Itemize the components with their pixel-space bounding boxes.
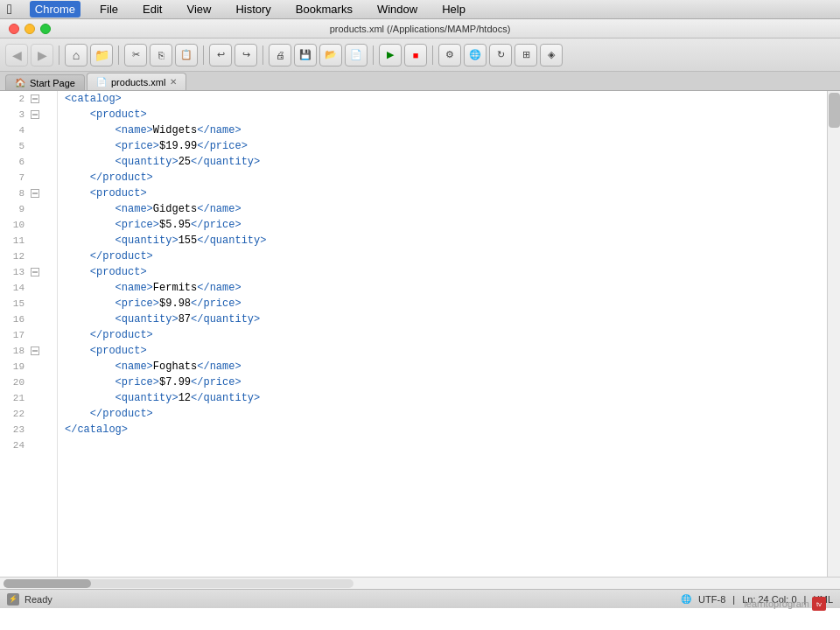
tab-products-xml[interactable]: 📄 products.xml ✕ (87, 73, 186, 90)
fold-icon[interactable] (30, 188, 40, 199)
line-number: 18 (0, 346, 30, 356)
line-row: 24 (0, 438, 57, 453)
fold-icon (30, 393, 40, 403)
tab-close-button[interactable]: ✕ (170, 77, 177, 87)
line-row: 8 (0, 186, 57, 201)
line-row: 15 (0, 296, 57, 312)
statusbar-icon: ⚡ (7, 593, 19, 606)
line-row: 18 (0, 343, 57, 359)
toolbar-sep-1 (59, 46, 60, 65)
toolbar: ◀ ▶ ⌂ 📁 ✂ ⎘ 📋 ↩ ↪ 🖨 💾 📂 📄 ▶ ■ ⚙ 🌐 ↻ ⊞ ◈ (0, 38, 840, 72)
back-button[interactable]: ◀ (5, 44, 28, 66)
tab-startpage[interactable]: 🏠 Start Page (5, 74, 85, 90)
menu-help[interactable]: Help (437, 1, 471, 18)
line-row: 22 (0, 406, 57, 422)
redo-button[interactable]: ↪ (234, 44, 257, 66)
undo-button[interactable]: ↩ (209, 44, 232, 66)
menu-history[interactable]: History (230, 1, 276, 18)
menu-edit[interactable]: Edit (137, 1, 167, 18)
fold-icon (30, 361, 40, 372)
code-line: <product> (65, 186, 820, 201)
learntoprogram-text: learntoprogram (744, 598, 809, 609)
editor-container: 23456789101112131415161718192021222324 <… (0, 91, 840, 577)
xml-file-icon: 📄 (96, 77, 107, 87)
code-line: <name>Widgets</name> (65, 122, 820, 138)
refresh-button[interactable]: ↻ (489, 44, 512, 66)
extra-button2[interactable]: ◈ (540, 44, 563, 66)
fold-icon[interactable] (30, 94, 40, 104)
code-line: <price>$5.95</price> (65, 217, 820, 233)
apple-menu[interactable]:  (7, 2, 12, 18)
line-row: 12 (0, 248, 57, 264)
line-row: 23 (0, 422, 57, 438)
line-row: 21 (0, 390, 57, 406)
line-number: 11 (0, 235, 30, 246)
window-title: products.xml (/Applications/MAMP/htdocs) (330, 24, 511, 34)
line-row: 10 (0, 217, 57, 233)
close-button[interactable] (9, 24, 19, 34)
browser-button[interactable]: 🌐 (464, 44, 486, 66)
code-line: </product> (65, 170, 820, 186)
hscroll-track[interactable] (4, 579, 354, 588)
copy-button[interactable]: ⎘ (150, 44, 172, 66)
menu-chrome[interactable]: Chrome (30, 1, 80, 18)
code-line: <price>$9.98</price> (65, 296, 820, 312)
fold-icon (30, 125, 40, 136)
line-row: 4 (0, 122, 57, 138)
menu-file[interactable]: File (94, 1, 123, 18)
toolbar-sep-4 (262, 46, 263, 65)
line-number: 7 (0, 172, 30, 183)
line-row: 19 (0, 359, 57, 374)
folder-button[interactable]: 📁 (90, 44, 113, 66)
fold-icon (30, 314, 40, 325)
code-line: </catalog> (65, 422, 820, 438)
line-number-gutter: 23456789101112131415161718192021222324 (0, 91, 58, 577)
fold-icon (30, 330, 40, 340)
fold-icon (30, 220, 40, 230)
code-line: <product> (65, 343, 820, 359)
horizontal-scrollbar[interactable] (0, 577, 840, 589)
line-row: 14 (0, 280, 57, 296)
line-number: 24 (0, 440, 30, 451)
toolbar-sep-2 (118, 46, 119, 65)
code-line: <quantity>87</quantity> (65, 312, 820, 327)
forward-button[interactable]: ▶ (31, 44, 53, 66)
menu-bookmarks[interactable]: Bookmarks (290, 1, 358, 18)
minimize-button[interactable] (24, 24, 35, 34)
code-line: <product> (65, 264, 820, 280)
line-row: 17 (0, 327, 57, 343)
line-row: 5 (0, 138, 57, 154)
line-number: 14 (0, 283, 30, 293)
menu-view[interactable]: View (181, 1, 216, 18)
line-row: 11 (0, 233, 57, 248)
paste-button[interactable]: 📋 (175, 44, 198, 66)
fold-icon[interactable] (30, 267, 40, 277)
maximize-button[interactable] (40, 24, 51, 34)
line-number: 4 (0, 125, 30, 136)
fold-icon (30, 283, 40, 293)
menu-window[interactable]: Window (372, 1, 423, 18)
run-button[interactable]: ▶ (379, 44, 402, 66)
open-button[interactable]: 📂 (319, 44, 342, 66)
line-number: 22 (0, 409, 30, 419)
home-button[interactable]: ⌂ (65, 44, 88, 66)
tv-icon: tv (812, 597, 826, 611)
learntoprogram-watermark: learntoprogram tv (744, 597, 826, 611)
vertical-scrollbar[interactable] (827, 91, 840, 577)
cut-button[interactable]: ✂ (124, 44, 147, 66)
hscroll-thumb[interactable] (4, 579, 91, 588)
settings-button[interactable]: ⚙ (438, 44, 461, 66)
stop-button[interactable]: ■ (404, 44, 427, 66)
fold-icon[interactable] (30, 109, 40, 120)
print-button[interactable]: 🖨 (269, 44, 291, 66)
line-number: 19 (0, 361, 30, 372)
line-row: 6 (0, 154, 57, 170)
line-number: 3 (0, 109, 30, 120)
save-button[interactable]: 💾 (294, 44, 317, 66)
extra-button[interactable]: ⊞ (514, 44, 537, 66)
new-button[interactable]: 📄 (345, 44, 368, 66)
code-editor[interactable]: <catalog> <product> <name>Widgets</name>… (58, 91, 827, 577)
line-number: 17 (0, 330, 30, 340)
fold-icon[interactable] (30, 346, 40, 356)
line-row: 9 (0, 201, 57, 217)
